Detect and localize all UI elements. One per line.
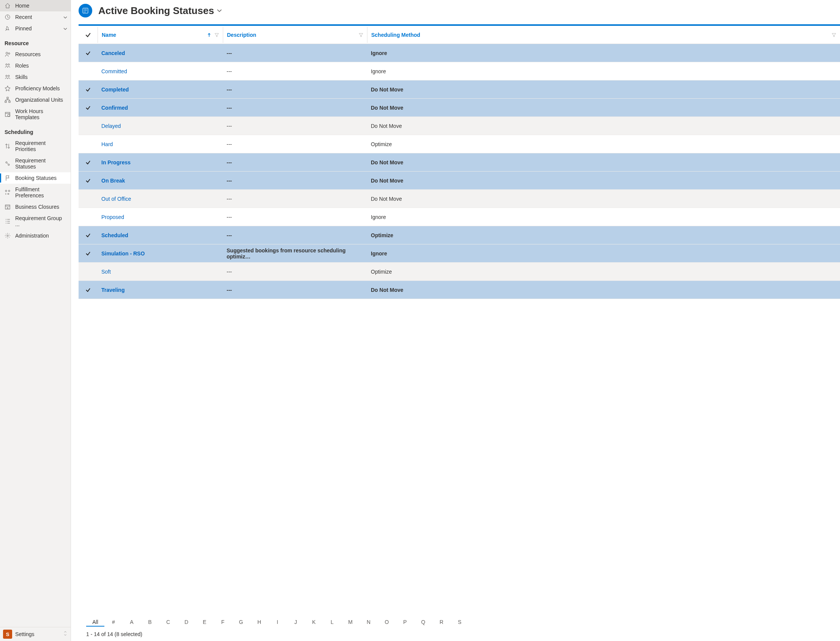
table-row[interactable]: Out of Office---Do Not Move [79, 190, 840, 208]
nav-scheduling-requirement-statuses[interactable]: Requirement Statuses [0, 155, 71, 172]
nav-scheduling-requirement-priorities[interactable]: Requirement Priorities [0, 137, 71, 155]
app-badge: S [3, 630, 12, 639]
column-header-method[interactable]: Scheduling Method [367, 27, 840, 43]
alpha-j[interactable]: J [287, 618, 305, 627]
sidebar: HomeRecentPinned Resource ResourcesRoles… [0, 0, 71, 641]
cell-name[interactable]: Delayed [98, 123, 223, 129]
nav-resource-skills[interactable]: Skills [0, 71, 71, 83]
cell-name[interactable]: Out of Office [98, 196, 223, 202]
alpha-q[interactable]: Q [414, 618, 432, 627]
alpha-f[interactable]: F [214, 618, 232, 627]
alpha-c[interactable]: C [159, 618, 177, 627]
nav-home[interactable]: Home [0, 0, 71, 11]
nav-recent[interactable]: Recent [0, 11, 71, 23]
col-method-label: Scheduling Method [371, 32, 420, 38]
table-row[interactable]: Scheduled---Optimize [79, 226, 840, 245]
nav-scheduling-booking-statuses[interactable]: Booking Statuses [0, 172, 71, 184]
alpha-k[interactable]: K [305, 618, 323, 627]
nav-scheduling-requirement-group-[interactable]: Requirement Group ... [0, 213, 71, 230]
grid-body[interactable]: Canceled---IgnoreCommitted---IgnoreCompl… [79, 44, 840, 299]
nav-resource-proficiency-models[interactable]: Proficiency Models [0, 83, 71, 94]
table-row[interactable]: Simulation - RSOSuggested bookings from … [79, 245, 840, 263]
nav-scheduling-fulfillment-preferences[interactable]: Fulfillment Preferences [0, 184, 71, 201]
alpha-i[interactable]: I [268, 618, 287, 627]
cell-name[interactable]: Confirmed [98, 105, 223, 111]
row-check[interactable] [79, 50, 98, 56]
alpha-g[interactable]: G [232, 618, 250, 627]
row-check[interactable] [79, 233, 98, 238]
table-row[interactable]: Hard---Optimize [79, 135, 840, 153]
svg-point-4 [8, 64, 10, 65]
sidebar-footer[interactable]: S Settings [0, 627, 71, 641]
table-row[interactable]: Completed---Do Not Move [79, 81, 840, 99]
nav-label: Requirement Statuses [15, 158, 68, 170]
cell-name[interactable]: Scheduled [98, 232, 223, 238]
alpha-n[interactable]: N [360, 618, 378, 627]
nav-label: Work Hours Templates [15, 108, 68, 120]
cell-name[interactable]: Committed [98, 68, 223, 74]
main: Active Booking Statuses Name [71, 0, 840, 641]
row-check[interactable] [79, 251, 98, 256]
cell-method: Ignore [367, 50, 840, 56]
page-header: Active Booking Statuses [71, 0, 840, 24]
nav-label: Organizational Units [15, 97, 63, 103]
column-header-select[interactable] [79, 27, 98, 43]
nav-scheduling-administration[interactable]: Administration [0, 230, 71, 242]
alpha-d[interactable]: D [177, 618, 195, 627]
column-header-description[interactable]: Description [223, 27, 367, 43]
cell-name[interactable]: Traveling [98, 287, 223, 293]
cell-name[interactable]: Soft [98, 269, 223, 275]
alpha-a[interactable]: A [123, 618, 141, 627]
nav-resource-resources[interactable]: Resources [0, 48, 71, 60]
cell-name[interactable]: On Break [98, 178, 223, 184]
alpha-all[interactable]: All [86, 618, 105, 627]
row-check[interactable] [79, 160, 98, 165]
alpha-b[interactable]: B [141, 618, 159, 627]
table-row[interactable]: Delayed---Do Not Move [79, 117, 840, 135]
alpha-o[interactable]: O [378, 618, 396, 627]
table-row[interactable]: In Progress---Do Not Move [79, 153, 840, 172]
cell-method: Do Not Move [367, 178, 840, 184]
alpha-l[interactable]: L [323, 618, 341, 627]
cell-name[interactable]: In Progress [98, 159, 223, 166]
table-row[interactable]: Committed---Ignore [79, 62, 840, 81]
table-row[interactable]: Confirmed---Do Not Move [79, 99, 840, 117]
table-row[interactable]: Soft---Optimize [79, 263, 840, 281]
alpha-r[interactable]: R [432, 618, 451, 627]
cell-name[interactable]: Completed [98, 87, 223, 93]
nav-resource-organizational-units[interactable]: Organizational Units [0, 94, 71, 106]
alpha-e[interactable]: E [195, 618, 214, 627]
cell-name[interactable]: Canceled [98, 50, 223, 56]
view-selector[interactable]: Active Booking Statuses [98, 5, 222, 17]
alpha-s[interactable]: S [451, 618, 469, 627]
table-row[interactable]: On Break---Do Not Move [79, 172, 840, 190]
cell-name[interactable]: Proposed [98, 214, 223, 220]
alpha-m[interactable]: M [341, 618, 360, 627]
row-check[interactable] [79, 287, 98, 293]
alpha-#[interactable]: # [105, 618, 123, 627]
entity-icon [79, 4, 92, 18]
table-row[interactable]: Traveling---Do Not Move [79, 281, 840, 299]
row-check[interactable] [79, 178, 98, 183]
column-header-name[interactable]: Name [98, 27, 223, 43]
nav-label: Requirement Group ... [15, 215, 68, 227]
cell-name[interactable]: Simulation - RSO [98, 250, 223, 256]
nav-scheduling-business-closures[interactable]: Business Closures [0, 201, 71, 213]
nav-label: Home [15, 3, 29, 9]
nav-label: Administration [15, 233, 49, 239]
cell-description: --- [223, 178, 367, 184]
row-check[interactable] [79, 87, 98, 92]
table-row[interactable]: Canceled---Ignore [79, 44, 840, 62]
alpha-p[interactable]: P [396, 618, 414, 627]
nav-resource-work-hours-templates[interactable]: Work Hours Templates [0, 106, 71, 123]
row-check[interactable] [79, 105, 98, 110]
svg-rect-16 [5, 205, 10, 209]
table-row[interactable]: Proposed---Ignore [79, 208, 840, 226]
alpha-h[interactable]: H [250, 618, 268, 627]
cell-name[interactable]: Hard [98, 141, 223, 147]
nav-pinned[interactable]: Pinned [0, 23, 71, 34]
cell-description: --- [223, 214, 367, 220]
nav-resource-roles[interactable]: Roles [0, 60, 71, 71]
svg-point-6 [8, 75, 10, 77]
nav-label: Skills [15, 74, 28, 80]
